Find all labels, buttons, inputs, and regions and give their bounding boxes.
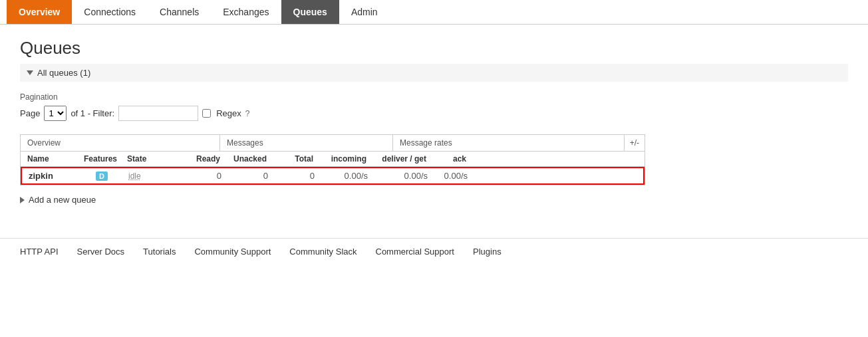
- page-title: Queues: [20, 38, 848, 58]
- col-header-ack: ack: [426, 154, 473, 164]
- regex-label: Regex: [216, 108, 241, 118]
- table-section-headers: Overview Messages Message rates +/-: [21, 135, 645, 152]
- regex-help-icon[interactable]: ?: [245, 109, 250, 118]
- pagination-row: Page 1 of 1 - Filter: Regex ?: [20, 106, 848, 121]
- nav-bar: Overview Connections Channels Exchanges …: [0, 0, 868, 25]
- col-headers: Name Features State Ready Unacked Total …: [21, 152, 645, 167]
- col-header-ready: Ready: [174, 154, 220, 164]
- state-label: idle: [128, 171, 141, 181]
- main-content: Queues All queues (1) Pagination Page 1 …: [0, 25, 868, 218]
- footer-link-http-api[interactable]: HTTP API: [20, 247, 59, 257]
- all-queues-header[interactable]: All queues (1): [20, 64, 848, 82]
- row-deliver: 0.00/s: [368, 171, 428, 181]
- row-unacked: 0: [221, 171, 268, 181]
- row-ack: 0.00/s: [428, 171, 474, 181]
- collapse-icon: [27, 70, 33, 75]
- queues-table: Overview Messages Message rates +/- Name…: [20, 134, 645, 185]
- col-header-name: Name: [21, 154, 74, 164]
- col-header-features: Features: [74, 154, 127, 164]
- footer-link-commercial-support[interactable]: Commercial Support: [376, 247, 455, 257]
- row-name[interactable]: zipkin: [22, 171, 75, 181]
- nav-tab-admin[interactable]: Admin: [339, 0, 390, 24]
- footer-link-community-slack[interactable]: Community Slack: [289, 247, 357, 257]
- page-label: Page: [20, 108, 40, 118]
- footer-link-plugins[interactable]: Plugins: [473, 247, 502, 257]
- footer-link-server-docs[interactable]: Server Docs: [77, 247, 125, 257]
- row-features: D: [75, 171, 128, 181]
- of-label: of 1 - Filter:: [71, 108, 114, 118]
- section-rates: Message rates: [393, 135, 625, 151]
- col-header-total: Total: [267, 154, 313, 164]
- nav-tab-channels[interactable]: Channels: [148, 0, 211, 24]
- all-queues-label: All queues (1): [37, 68, 90, 78]
- plus-minus-button[interactable]: +/-: [625, 135, 645, 151]
- feature-d-badge: D: [96, 171, 108, 181]
- row-total: 0: [268, 171, 315, 181]
- footer: HTTP API Server Docs Tutorials Community…: [0, 238, 868, 265]
- col-header-incoming: incoming: [313, 154, 366, 164]
- nav-tab-queues[interactable]: Queues: [281, 0, 339, 24]
- row-state: idle: [128, 171, 175, 181]
- footer-link-tutorials[interactable]: Tutorials: [143, 247, 176, 257]
- col-header-deliver: deliver / get: [366, 154, 426, 164]
- section-overview: Overview: [21, 135, 220, 151]
- section-messages: Messages: [220, 135, 393, 151]
- regex-checkbox[interactable]: [202, 109, 211, 118]
- table-row[interactable]: zipkin D idle 0 0 0 0.00/s 0.00/s 0.00/s: [21, 167, 645, 185]
- expand-icon: [20, 197, 25, 203]
- nav-tab-overview[interactable]: Overview: [7, 0, 72, 24]
- col-header-unacked: Unacked: [220, 154, 267, 164]
- footer-link-community-support[interactable]: Community Support: [194, 247, 271, 257]
- add-queue-section[interactable]: Add a new queue: [20, 195, 848, 205]
- page-select[interactable]: 1: [44, 106, 67, 121]
- filter-input[interactable]: [118, 106, 198, 121]
- nav-tab-exchanges[interactable]: Exchanges: [211, 0, 281, 24]
- row-ready: 0: [175, 171, 221, 181]
- add-queue-label: Add a new queue: [29, 195, 96, 205]
- row-incoming: 0.00/s: [315, 171, 368, 181]
- pagination-label: Pagination: [20, 92, 848, 102]
- col-header-state: State: [127, 154, 174, 164]
- nav-tab-connections[interactable]: Connections: [72, 0, 148, 24]
